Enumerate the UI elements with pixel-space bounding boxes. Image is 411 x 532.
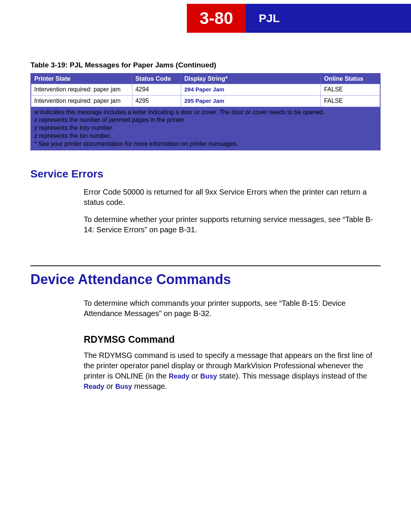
legend-var-x: x — [34, 117, 37, 123]
cell-printer-state: Intervention required: paper jam — [31, 95, 132, 107]
table-row: Intervention required: paper jam 4294 29… — [31, 84, 380, 96]
table-header-row: Printer State Status Code Display String… — [31, 73, 380, 84]
cell-printer-state: Intervention required: paper jam — [31, 84, 132, 96]
cell-online-status: FALSE — [321, 84, 380, 96]
cell-status-code: 4295 — [132, 95, 181, 107]
legend-var-z: z — [34, 133, 37, 139]
legend-var-y: y — [34, 125, 37, 131]
heading-rdymsg: RDYMSG Command — [84, 334, 381, 345]
legend-text-x: represents the number of jammed pages in… — [37, 117, 186, 123]
cell-display-string: 295 Paper Jam — [181, 95, 321, 107]
page-number-badge: 3-80 — [187, 4, 246, 33]
legend-var-w: w — [34, 109, 39, 115]
table-row: Intervention required: paper jam 4295 29… — [31, 95, 380, 107]
heading-device-attendance: Device Attendance Commands — [30, 272, 381, 288]
pjl-messages-table: Printer State Status Code Display String… — [30, 73, 381, 150]
rdymsg-text-c: state). This message displays instead of… — [217, 372, 367, 380]
cell-display-string: 294 Paper Jam — [181, 84, 321, 96]
legend-footnote: * See your printer documentation for mor… — [34, 140, 377, 148]
page-header: 3-80 PJL — [187, 4, 411, 33]
content-area: Table 3-19: PJL Messages for Paper Jams … — [30, 61, 381, 398]
section-divider — [30, 265, 381, 266]
cell-online-status: FALSE — [321, 95, 380, 107]
paragraph: To determine whether your printer suppor… — [84, 214, 381, 235]
legend-text-w: indicates this message includes a letter… — [39, 109, 325, 115]
th-status-code: Status Code — [132, 73, 181, 84]
cell-status-code: 4294 — [132, 84, 181, 96]
display-string-text: 294 Paper Jam — [184, 86, 224, 93]
keyword-busy: Busy — [200, 372, 217, 380]
table-legend-row: w indicates this message includes a lett… — [31, 107, 380, 150]
th-display-string: Display String* — [181, 73, 321, 84]
table-caption: Table 3-19: PJL Messages for Paper Jams … — [30, 61, 381, 69]
display-string-text: 295 Paper Jam — [184, 97, 224, 104]
paragraph: The RDYMSG command is used to specify a … — [84, 350, 381, 391]
paragraph: To determine which commands your printer… — [84, 298, 381, 319]
chapter-title: PJL — [246, 4, 411, 33]
keyword-busy: Busy — [115, 383, 132, 390]
th-printer-state: Printer State — [31, 73, 132, 84]
heading-service-errors: Service Errors — [30, 168, 381, 180]
keyword-ready: Ready — [84, 383, 104, 390]
rdymsg-text-d: or — [104, 382, 115, 390]
keyword-ready: Ready — [169, 372, 189, 380]
rdymsg-text-b: or — [189, 372, 200, 380]
page: 3-80 PJL Table 3-19: PJL Messages for Pa… — [0, 0, 411, 532]
th-online-status: Online Status — [321, 73, 380, 84]
table-legend: w indicates this message includes a lett… — [31, 107, 380, 150]
legend-text-y: represents the tray number. — [37, 125, 113, 131]
rdymsg-text-e: message. — [132, 382, 167, 390]
paragraph: Error Code 50000 is returned for all 9xx… — [84, 187, 381, 208]
legend-text-z: represents the bin number. — [37, 133, 112, 139]
